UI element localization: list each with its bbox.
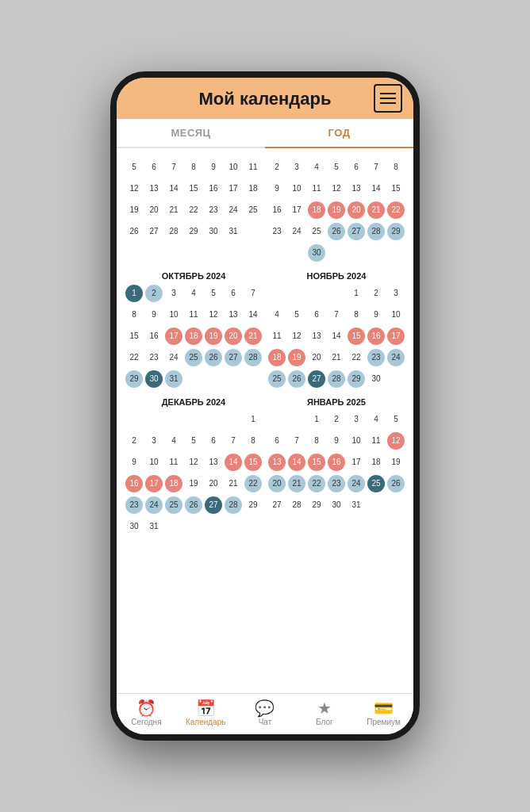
cal-cell: 31 [224, 221, 243, 242]
nav-premium[interactable]: 💳 Премиум [354, 700, 413, 726]
cal-cell: 8 [386, 157, 405, 178]
cal-cell: 7 [164, 157, 183, 178]
cal-cell: 17 [224, 178, 243, 199]
cal-cell: 12 [386, 431, 405, 451]
cal-cell: 16 [267, 200, 286, 220]
nov-calendar: НОЯБРЬ 2024 1 2 3 4 5 6 7 8 9 10 [267, 271, 405, 389]
cal-cell: 12 [125, 178, 144, 199]
cal-cell: 9 [144, 304, 163, 325]
cal-cell: 30 [327, 495, 346, 515]
cal-cell: 3 [287, 157, 306, 178]
cal-cell: 7 [327, 304, 346, 325]
cal-cell: 14 [287, 452, 306, 473]
nav-chat-label: Чат [259, 718, 272, 726]
cal-cell: 15 [307, 452, 326, 473]
cal-cell: 8 [184, 157, 203, 178]
cal-cell: 23 [125, 495, 144, 515]
cal-cell: 19 [386, 452, 405, 473]
cal-cell: 25 [367, 473, 386, 494]
cal-cell: 8 [347, 304, 366, 325]
cal-cell: 26 [386, 473, 405, 494]
cal-cell: 14 [367, 178, 386, 199]
cal-cell: 4 [164, 431, 183, 451]
nav-today[interactable]: ⏰ Сегодня [117, 700, 176, 726]
sep-calendar: 2 3 4 5 6 7 8 9 10 11 12 13 14 15 16 17 [267, 155, 405, 263]
cal-cell [386, 243, 405, 263]
cal-cell: 5 [204, 283, 223, 304]
cal-cell: 22 [184, 200, 203, 220]
tab-year[interactable]: ГОД [265, 119, 413, 147]
menu-line-2 [380, 98, 396, 99]
cal-cell: 9 [327, 431, 346, 451]
cal-cell: 30 [367, 369, 386, 389]
cal-cell: 2 [327, 409, 346, 430]
cal-cell: 5 [125, 157, 144, 178]
cal-cell: 4 [184, 283, 203, 304]
cal-cell: 24 [224, 200, 243, 220]
chat-icon: 💬 [255, 700, 275, 716]
jan-title: ЯНВАРЬ 2025 [267, 397, 405, 407]
cal-cell: 23 [327, 473, 346, 494]
cal-cell: 3 [386, 283, 405, 304]
cal-cell: 22 [244, 473, 263, 494]
cal-cell: 13 [144, 178, 163, 199]
cal-cell: 15 [386, 178, 405, 199]
cal-cell: 10 [164, 304, 183, 325]
cal-cell: 19 [287, 347, 306, 368]
cal-cell: 12 [287, 326, 306, 347]
header: Мой календарь [117, 78, 413, 119]
cal-cell: 18 [244, 178, 263, 199]
cal-cell: 9 [267, 178, 286, 199]
cal-cell: 6 [204, 431, 223, 451]
cal-cell: 11 [367, 431, 386, 451]
dec-title: ДЕКАБРЬ 2024 [125, 397, 263, 407]
cal-cell: 8 [125, 304, 144, 325]
cal-cell: 30 [307, 243, 326, 263]
cal-cell: 1 [244, 409, 263, 430]
cal-cell: 12 [204, 304, 223, 325]
cal-cell: 29 [386, 221, 405, 242]
cal-cell: 13 [204, 452, 223, 473]
cal-cell: 19 [125, 200, 144, 220]
cal-cell: 24 [386, 347, 405, 368]
cal-cell: 25 [164, 495, 183, 515]
cal-cell: 11 [267, 326, 286, 347]
phone-frame: Мой календарь МЕСЯЦ ГОД 5 6 7 8 9 [110, 71, 420, 741]
nav-calendar[interactable]: 📅 Календарь [176, 700, 236, 726]
aug-calendar: 5 6 7 8 9 10 11 12 13 14 15 16 17 18 1 [125, 155, 263, 263]
cal-cell: 3 [164, 283, 183, 304]
cal-cell: 24 [164, 347, 183, 368]
cal-cell: 10 [347, 431, 366, 451]
cal-cell: 15 [184, 178, 203, 199]
cal-cell: 22 [386, 200, 405, 220]
cal-cell: 4 [267, 304, 286, 325]
nav-calendar-label: Календарь [186, 718, 225, 726]
cal-cell: 8 [244, 431, 263, 451]
alarm-icon: ⏰ [136, 700, 156, 716]
nav-today-label: Сегодня [131, 718, 161, 726]
view-tabs: МЕСЯЦ ГОД [117, 119, 413, 148]
menu-button[interactable] [374, 84, 402, 113]
cal-cell: 3 [347, 409, 366, 430]
cal-cell: 31 [144, 516, 163, 537]
cal-cell: 20 [307, 347, 326, 368]
cal-cell: 14 [164, 178, 183, 199]
cal-cell: 9 [367, 304, 386, 325]
cal-cell: 16 [327, 452, 346, 473]
nav-blog[interactable]: ★ Блог [294, 700, 354, 726]
cal-cell: 23 [204, 200, 223, 220]
cal-cell: 25 [307, 221, 326, 242]
oct-calendar: ОКТЯБРЬ 2024 1 2 3 4 5 6 7 8 9 10 11 12 … [125, 271, 263, 389]
cal-cell: 10 [224, 157, 243, 178]
nav-chat[interactable]: 💬 Чат [236, 700, 295, 726]
cal-cell: 20 [267, 473, 286, 494]
jan-calendar: ЯНВАРЬ 2025 1 2 3 4 5 6 7 8 9 10 11 12 [267, 397, 405, 537]
cal-cell: 21 [224, 473, 243, 494]
tab-month[interactable]: МЕСЯЦ [117, 119, 265, 147]
cal-cell: 28 [327, 369, 346, 389]
cal-cell [347, 243, 366, 263]
cal-cell: 11 [244, 157, 263, 178]
cal-cell: 26 [327, 221, 346, 242]
cal-cell: 26 [204, 347, 223, 368]
cal-cell: 21 [327, 347, 346, 368]
